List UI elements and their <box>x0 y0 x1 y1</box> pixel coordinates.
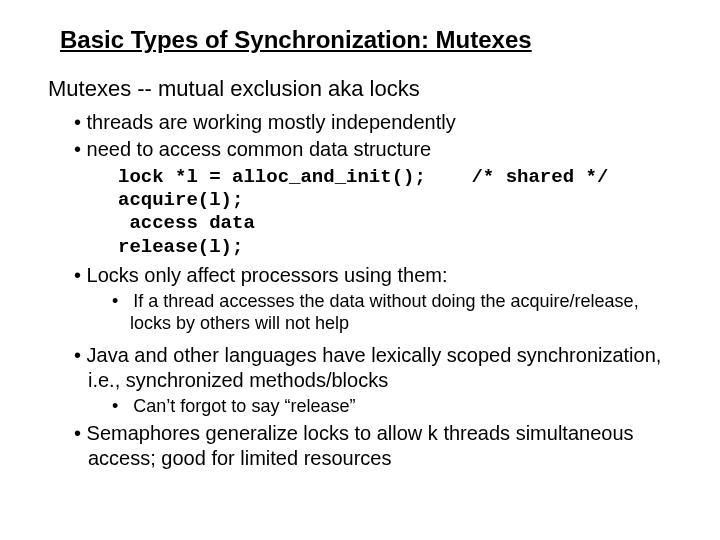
bullet-list: threads are working mostly independently… <box>0 110 720 162</box>
bullet-list: Locks only affect processors using them: <box>0 263 720 288</box>
bullet-item: Java and other languages have lexically … <box>88 343 678 393</box>
bullet-list: Semaphores generalize locks to allow k t… <box>0 421 720 471</box>
bullet-item: need to access common data structure <box>88 137 678 162</box>
bullet-list: Java and other languages have lexically … <box>0 343 720 393</box>
sub-bullet-item: If a thread accesses the data without do… <box>130 290 650 335</box>
bullet-item: threads are working mostly independently <box>88 110 678 135</box>
sub-bullet-list: Can’t forgot to say “release” <box>0 395 720 418</box>
slide: Basic Types of Synchronization: Mutexes … <box>0 26 720 540</box>
sub-bullet-list: If a thread accesses the data without do… <box>0 290 720 335</box>
bullet-item: Semaphores generalize locks to allow k t… <box>88 421 678 471</box>
bullet-item: Locks only affect processors using them: <box>88 263 678 288</box>
sub-bullet-item: Can’t forgot to say “release” <box>130 395 650 418</box>
code-block: lock *l = alloc_and_init(); /* shared */… <box>118 166 720 259</box>
slide-title: Basic Types of Synchronization: Mutexes <box>60 26 720 54</box>
slide-subheading: Mutexes -- mutual exclusion aka locks <box>48 76 720 102</box>
